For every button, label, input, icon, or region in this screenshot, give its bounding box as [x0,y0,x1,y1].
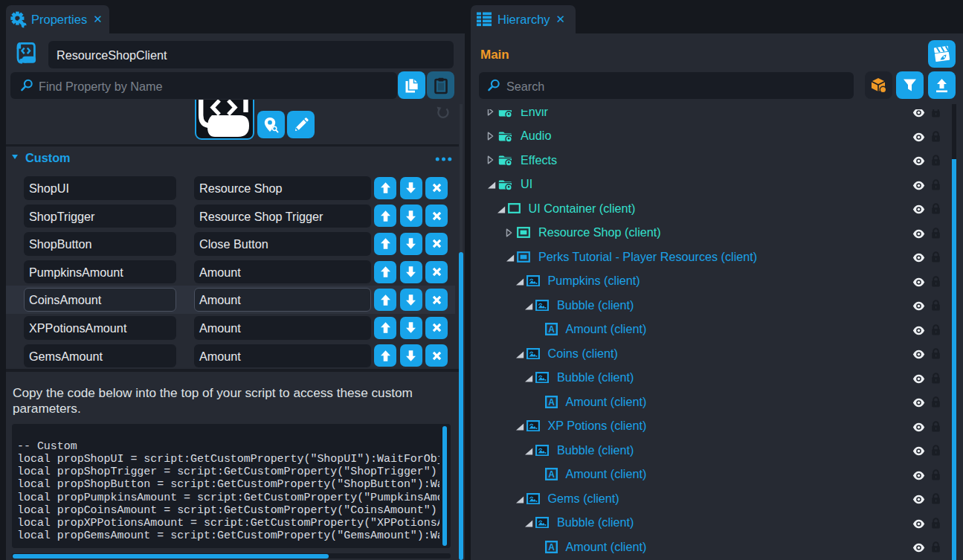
svg-text:A: A [548,324,555,335]
svg-text:A: A [548,542,555,553]
svg-text:A: A [548,469,555,480]
svg-text:A: A [548,397,555,408]
